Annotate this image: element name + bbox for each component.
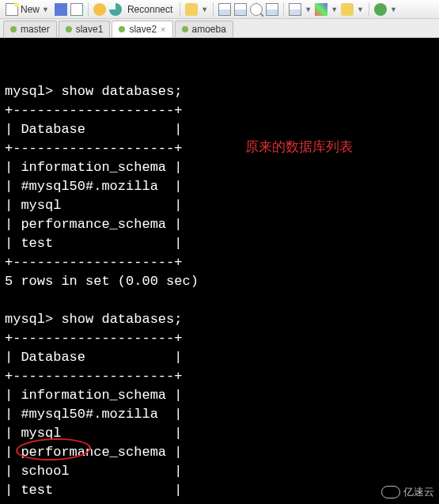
- search-icon[interactable]: [250, 3, 263, 16]
- table-row: | information_schema |: [5, 160, 182, 175]
- table-row: | #mysql50#.mozilla |: [5, 407, 182, 422]
- toolbar-separator: [180, 2, 180, 17]
- reconnect-button-label: Reconnect: [127, 4, 172, 15]
- tab-label: slave2: [129, 24, 157, 35]
- dropdown-icon: ▼: [331, 6, 338, 13]
- watermark-text: 亿速云: [403, 485, 434, 499]
- tab-amoeba[interactable]: amoeba: [175, 21, 233, 37]
- command-text: show databases;: [61, 312, 182, 327]
- table-divider: +--------------------+: [5, 331, 182, 346]
- tab-label: slave1: [76, 24, 104, 35]
- table-row: | #mysql50#.mozilla |: [5, 179, 182, 194]
- connection-status-icon: [119, 26, 125, 32]
- new-button[interactable]: New ▼: [3, 2, 51, 17]
- table-divider: +--------------------+: [5, 141, 182, 156]
- toolbar-separator: [283, 2, 284, 17]
- annotation-original-list: 原来的数据库列表: [245, 138, 353, 157]
- toolbar-separator: [213, 2, 214, 17]
- grid-icon[interactable]: [289, 3, 301, 16]
- command-text: show databases;: [61, 84, 182, 99]
- reconnect-icon[interactable]: [109, 3, 122, 16]
- reconnect-button[interactable]: Reconnect: [125, 3, 175, 16]
- table-row: | test |: [5, 483, 182, 498]
- execute-icon[interactable]: [374, 3, 387, 16]
- terminal-output[interactable]: mysql> show databases; +----------------…: [0, 38, 439, 504]
- table-divider: +--------------------+: [5, 255, 182, 270]
- tab-slave1[interactable]: slave1: [59, 21, 111, 37]
- connection-status-icon: [10, 26, 17, 32]
- save-icon[interactable]: [55, 3, 67, 16]
- column-icon[interactable]: [341, 3, 354, 16]
- prompt: mysql>: [5, 84, 53, 99]
- table-divider: +--------------------+: [5, 369, 182, 384]
- connection-tabs: master slave1 slave2 × amoeba: [0, 19, 439, 38]
- table-icon[interactable]: [234, 3, 247, 16]
- dropdown-icon: ▼: [42, 6, 49, 13]
- dropdown-icon: ▼: [201, 6, 208, 13]
- main-toolbar: New ▼ Reconnect ▼ ▼ ▼ ▼ ▼: [0, 0, 439, 19]
- table-header: | Database |: [5, 122, 182, 137]
- copy-icon[interactable]: [70, 3, 83, 16]
- watermark: 亿速云: [381, 485, 434, 499]
- prompt: mysql>: [5, 312, 53, 327]
- connection-status-icon: [182, 26, 188, 32]
- result-footer: 5 rows in set (0.00 sec): [5, 274, 199, 289]
- dropdown-icon: ▼: [390, 6, 397, 13]
- tab-label: amoeba: [192, 24, 226, 35]
- connection-status-icon: [66, 26, 72, 32]
- database-icon[interactable]: [185, 3, 198, 16]
- dropdown-icon: ▼: [357, 6, 364, 13]
- new-button-label: New: [21, 4, 40, 15]
- table-row: | performance_schema |: [5, 445, 182, 460]
- list-icon[interactable]: [266, 3, 278, 16]
- toolbar-separator: [369, 2, 369, 17]
- table-icon[interactable]: [218, 3, 231, 16]
- table-row: | mysql |: [5, 198, 182, 213]
- table-header: | Database |: [5, 350, 182, 365]
- tab-master[interactable]: master: [3, 21, 57, 37]
- table-row: | mysql |: [5, 426, 182, 441]
- tab-label: master: [21, 24, 50, 35]
- color-grid-icon[interactable]: [315, 3, 327, 16]
- dropdown-icon: ▼: [305, 6, 312, 13]
- new-file-icon: [6, 3, 18, 16]
- table-row: | information_schema |: [5, 388, 182, 403]
- cloud-icon: [381, 486, 400, 498]
- toolbar-separator: [88, 2, 89, 17]
- table-row: | school |: [5, 464, 182, 479]
- table-row: | performance_schema |: [5, 217, 182, 232]
- close-icon[interactable]: ×: [161, 25, 165, 34]
- tab-slave2[interactable]: slave2 ×: [112, 21, 172, 37]
- table-row: | test |: [5, 236, 182, 251]
- table-divider: +--------------------+: [5, 103, 182, 118]
- undo-icon[interactable]: [93, 3, 106, 16]
